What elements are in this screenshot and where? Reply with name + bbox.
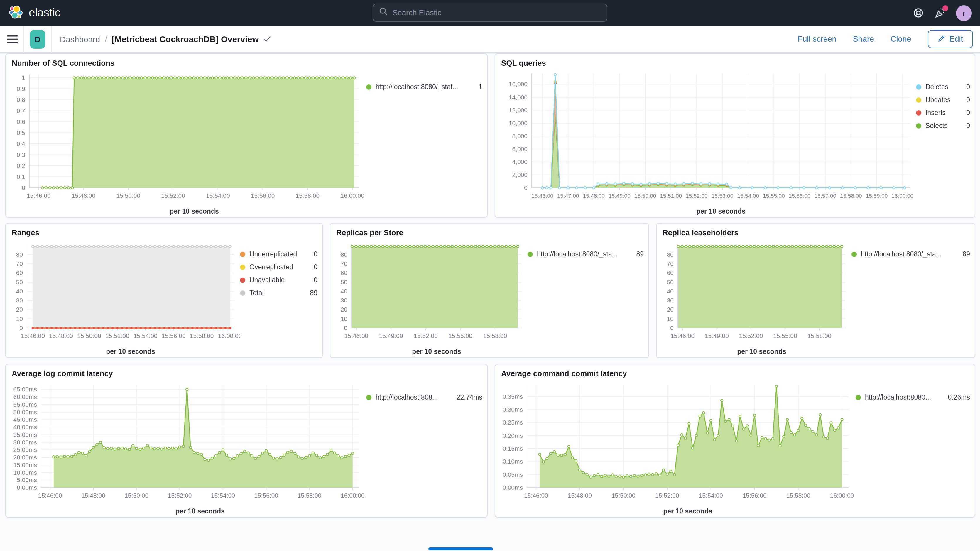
chart-canvas[interactable]: 0.35ms0.30ms0.25ms0.20ms0.15ms0.10ms0.05… xyxy=(498,379,856,517)
svg-text:15:48:00: 15:48:00 xyxy=(568,492,592,499)
legend-label: Total xyxy=(250,289,306,296)
svg-text:1: 1 xyxy=(22,74,25,81)
chart-canvas[interactable]: 8070605040302010015:46:0015:48:0015:50:0… xyxy=(8,238,240,357)
svg-text:15:54:00: 15:54:00 xyxy=(134,333,158,339)
svg-text:0.15ms: 0.15ms xyxy=(503,445,523,452)
legend-value: 0 xyxy=(313,276,318,283)
menu-icon[interactable] xyxy=(7,35,18,43)
chart-replicas-per-store[interactable]: 8070605040302010015:46:0015:49:0015:52:0… xyxy=(333,238,528,357)
panel-title: SQL queries xyxy=(495,54,975,68)
clone-button[interactable]: Clone xyxy=(891,35,912,43)
legend-item-http-localhost-8080-sta-[interactable]: http://localhost:8080/_sta...89 xyxy=(528,250,644,258)
svg-text:60: 60 xyxy=(16,269,23,276)
svg-text:20: 20 xyxy=(340,306,347,313)
full-screen-button[interactable]: Full screen xyxy=(798,35,837,43)
legend-value: 22.74ms xyxy=(457,394,482,401)
newsfeed-icon[interactable] xyxy=(934,7,945,19)
legend-item-http-localhost-8080-sta-[interactable]: http://localhost:8080/_sta...89 xyxy=(851,250,970,258)
chart-legend: Underreplicated0Overreplicated0Unavailab… xyxy=(240,238,318,357)
legend-item-http-localhost-8080-[interactable]: http://localhost:8080...0.26ms xyxy=(856,393,970,401)
svg-text:45.00ms: 45.00ms xyxy=(13,416,37,423)
legend-dot-icon xyxy=(240,290,245,295)
legend-item-deletes[interactable]: Deletes0 xyxy=(916,83,970,91)
svg-text:15:49:00: 15:49:00 xyxy=(609,193,630,199)
svg-text:15:55:00: 15:55:00 xyxy=(448,333,473,339)
legend-item-total[interactable]: Total89 xyxy=(240,289,318,297)
svg-text:0.05ms: 0.05ms xyxy=(503,471,523,478)
svg-text:0: 0 xyxy=(670,325,674,331)
chart-log-commit-latency[interactable]: 65.00ms60.00ms55.00ms50.00ms45.00ms40.00… xyxy=(8,379,366,517)
chart-legend: Deletes0Updates0Inserts0Selects0 xyxy=(916,68,970,217)
chart-legend: http://localhost:8080/_sta...89 xyxy=(851,238,970,357)
search-icon xyxy=(379,7,388,18)
avatar[interactable]: r xyxy=(956,5,972,21)
share-button[interactable]: Share xyxy=(853,35,874,43)
svg-text:15:56:00: 15:56:00 xyxy=(789,193,811,199)
svg-text:0: 0 xyxy=(524,184,528,191)
legend-item-http-localhost-8080-stat-[interactable]: http://localhost:8080/_stat...1 xyxy=(366,83,482,91)
legend-label: http://localhost:8080... xyxy=(865,394,945,401)
svg-text:16:00:00: 16:00:00 xyxy=(891,193,913,199)
svg-text:15:52:00: 15:52:00 xyxy=(414,333,438,339)
svg-text:15:54:00: 15:54:00 xyxy=(737,193,759,199)
svg-text:50: 50 xyxy=(340,279,347,285)
svg-text:15:46:00: 15:46:00 xyxy=(524,492,548,499)
legend-value: 0 xyxy=(313,250,318,258)
search-input[interactable] xyxy=(393,8,601,17)
chart-sql-queries[interactable]: 16,00014,00012,00010,0008,0006,0004,0002… xyxy=(498,68,916,217)
svg-text:per 10 seconds: per 10 seconds xyxy=(737,348,786,355)
svg-text:70: 70 xyxy=(667,260,674,267)
svg-text:15:58:00: 15:58:00 xyxy=(786,492,810,499)
horizontal-scrollbar-thumb[interactable] xyxy=(428,548,493,550)
chart-legend: http://localhost:8080...0.26ms xyxy=(856,379,970,517)
svg-text:15:52:00: 15:52:00 xyxy=(686,193,708,199)
svg-text:0.20ms: 0.20ms xyxy=(503,432,523,439)
legend-label: http://localhost:808... xyxy=(375,394,453,401)
help-icon[interactable] xyxy=(913,8,924,18)
legend-value: 89 xyxy=(636,250,644,258)
svg-text:0.4: 0.4 xyxy=(17,140,25,147)
legend-item-http-localhost-808-[interactable]: http://localhost:808...22.74ms xyxy=(366,393,482,401)
chart-canvas[interactable]: 10.90.80.70.60.50.40.30.20.1015:46:0015:… xyxy=(8,68,366,217)
svg-text:4,000: 4,000 xyxy=(512,158,528,165)
chart-canvas[interactable]: 8070605040302010015:46:0015:49:0015:52:0… xyxy=(333,238,528,357)
svg-text:15:55:00: 15:55:00 xyxy=(763,193,785,199)
svg-text:15:52:00: 15:52:00 xyxy=(655,492,679,499)
chart-canvas[interactable]: 65.00ms60.00ms55.00ms50.00ms45.00ms40.00… xyxy=(8,379,366,517)
svg-text:15:49:00: 15:49:00 xyxy=(379,333,403,339)
global-search-box[interactable] xyxy=(372,3,608,22)
legend-item-inserts[interactable]: Inserts0 xyxy=(916,108,970,117)
legend-item-unavailable[interactable]: Unavailable0 xyxy=(240,276,318,284)
panel-replica-leaseholders: Replica leaseholders 8070605040302010015… xyxy=(656,223,975,358)
chart-canvas[interactable]: 16,00014,00012,00010,0008,0006,0004,0002… xyxy=(498,68,916,217)
chart-command-commit-latency[interactable]: 0.35ms0.30ms0.25ms0.20ms0.15ms0.10ms0.05… xyxy=(498,379,856,517)
chart-ranges[interactable]: 8070605040302010015:46:0015:48:0015:50:0… xyxy=(8,238,240,357)
svg-text:65.00ms: 65.00ms xyxy=(13,386,37,393)
legend-item-selects[interactable]: Selects0 xyxy=(916,121,970,130)
svg-text:15:52:00: 15:52:00 xyxy=(161,192,185,199)
legend-item-underreplicated[interactable]: Underreplicated0 xyxy=(240,250,318,258)
breadcrumb-dashboard-link[interactable]: Dashboard xyxy=(60,34,100,44)
elastic-brand[interactable]: elastic xyxy=(8,5,60,21)
svg-text:per 10 seconds: per 10 seconds xyxy=(106,348,155,355)
svg-text:14,000: 14,000 xyxy=(509,94,528,100)
svg-text:0: 0 xyxy=(22,184,25,191)
svg-text:6,000: 6,000 xyxy=(512,145,528,152)
legend-dot-icon xyxy=(528,252,533,257)
legend-item-overreplicated[interactable]: Overreplicated0 xyxy=(240,263,318,271)
edit-button[interactable]: Edit xyxy=(928,30,973,48)
svg-text:0.00ms: 0.00ms xyxy=(17,484,37,491)
chart-sql-connections[interactable]: 10.90.80.70.60.50.40.30.20.1015:46:0015:… xyxy=(8,68,366,217)
svg-text:15:46:00: 15:46:00 xyxy=(27,192,51,199)
svg-text:15:52:00: 15:52:00 xyxy=(168,492,192,499)
svg-text:per 10 seconds: per 10 seconds xyxy=(170,207,219,215)
svg-text:15:50:00: 15:50:00 xyxy=(611,492,636,499)
space-badge[interactable]: D xyxy=(30,30,45,48)
svg-text:60.00ms: 60.00ms xyxy=(13,393,37,400)
check-icon[interactable] xyxy=(264,34,271,44)
svg-text:15:58:00: 15:58:00 xyxy=(840,193,862,199)
chart-canvas[interactable]: 8070605040302010015:46:0015:49:0015:52:0… xyxy=(659,238,851,357)
chart-replica-leaseholders[interactable]: 8070605040302010015:46:0015:49:0015:52:0… xyxy=(659,238,851,357)
svg-text:0.30ms: 0.30ms xyxy=(503,406,523,413)
legend-item-updates[interactable]: Updates0 xyxy=(916,96,970,104)
